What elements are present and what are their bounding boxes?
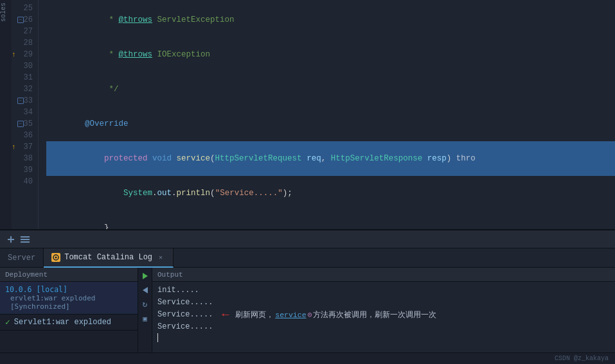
tab-tomcat-log[interactable]: Tomcat Catalina Log ✕ <box>44 248 174 268</box>
console-icon[interactable]: ▣ <box>139 313 151 324</box>
warning-icon-37: ↑ <box>12 141 16 153</box>
red-arrow-icon: ← <box>222 309 229 321</box>
line-num-29: ↑ 29 <box>12 49 38 60</box>
deploy-check-icon: ✓ <box>5 317 10 327</box>
server-panel: Deployment 10.0.6 [local] ervlet1:war ex… <box>0 268 138 352</box>
deploy-item-label: Servlet1:war exploded <box>14 318 111 327</box>
output-header: Output <box>152 268 615 282</box>
svg-point-6 <box>55 256 57 258</box>
output-panel: Output init..... Service..... Service...… <box>152 268 615 352</box>
line-num-32: 32 <box>12 83 38 95</box>
cursor-blink <box>157 333 158 342</box>
bottom-panel: Server Tomcat Catalina Log ✕ Deployment … <box>0 229 615 364</box>
deployment-label: Deployment <box>5 271 48 279</box>
toolbar-icon-menu[interactable] <box>19 234 31 245</box>
line-num-36: 36 <box>12 130 38 141</box>
output-cursor-line <box>157 333 610 342</box>
server-name: 10.0.6 [local] <box>5 285 132 294</box>
line-num-33: − 33 <box>12 95 38 107</box>
output-line-3: Service..... ← 刷新网页， service ⊙ 方法再次被调用，刷… <box>157 309 610 321</box>
line-num-40: 40 <box>12 176 38 187</box>
csdn-credit: CSDN @z_kakaya <box>555 355 609 362</box>
tab-server[interactable]: Server <box>0 248 44 268</box>
output-label: Output <box>157 271 183 279</box>
bottom-content: Deployment 10.0.6 [local] ervlet1:war ex… <box>0 268 615 352</box>
code-line-27: */ <box>46 72 615 107</box>
deploy-icon-green[interactable] <box>139 270 151 282</box>
line-num-34: 34 <box>12 107 38 118</box>
toolbar-icon-plus[interactable] <box>5 234 17 245</box>
code-line-30: System.out.println("Service....."); <box>46 176 615 211</box>
tab-tomcat-label: Tomcat Catalina Log <box>64 253 152 262</box>
tab-server-label: Server <box>8 254 35 263</box>
line-num-28: 28 <box>12 37 38 49</box>
sidebar-label: soles <box>0 3 8 22</box>
svg-marker-8 <box>143 287 148 293</box>
fold-icon-33[interactable]: − <box>17 98 24 104</box>
line-num-25: 25 <box>12 3 38 14</box>
bottom-toolbar <box>0 230 615 248</box>
tomcat-icon <box>51 253 60 262</box>
code-line-29: protected void service(HttpServletReques… <box>46 141 615 176</box>
line-num-37: ↑ 37 <box>12 141 38 153</box>
line-num-27: 27 <box>12 26 38 37</box>
output-content: init..... Service..... Service..... ← 刷新… <box>152 282 615 352</box>
line-num-30: 30 <box>12 60 38 72</box>
fold-icon-35[interactable]: − <box>17 121 24 127</box>
fold-icon-26[interactable]: − <box>17 17 24 23</box>
code-line-26: * @throws IOException <box>46 37 615 72</box>
svg-rect-2 <box>21 236 30 238</box>
bottom-status-bar: CSDN @z_kakaya <box>0 352 615 364</box>
output-line-1: init..... <box>157 284 610 297</box>
svg-rect-3 <box>21 239 30 240</box>
line-numbers: 25 − 26 27 28 ↑ 29 30 <box>12 0 39 229</box>
line-num-35: − 35 <box>12 118 38 130</box>
line-num-38: 38 <box>12 153 38 164</box>
editor-area: soles 25 − 26 27 28 ↑ <box>0 0 615 229</box>
warning-icon-29: ↑ <box>12 49 16 60</box>
deployment-header: Deployment <box>0 268 138 282</box>
code-container: 25 − 26 27 28 ↑ 29 30 <box>12 0 615 229</box>
line-num-39: 39 <box>12 164 38 176</box>
output-line-4: Service..... <box>157 321 610 333</box>
line-num-26: − 26 <box>12 14 38 26</box>
tab-bar: Server Tomcat Catalina Log ✕ <box>0 248 615 268</box>
annotation-text: 刷新网页， service ⊙ 方法再次被调用，刷新一次调用一次 <box>235 309 436 321</box>
svg-marker-7 <box>143 273 148 279</box>
tab-close-button[interactable]: ✕ <box>156 253 165 262</box>
output-line-2: Service..... <box>157 297 610 309</box>
code-line-25: * @throws ServletException <box>46 3 615 37</box>
line-num-31: 31 <box>12 72 38 83</box>
left-sidebar: soles <box>0 0 12 229</box>
deployment-item: ✓ Servlet1:war exploded <box>0 315 138 331</box>
code-line-31: } <box>46 211 615 229</box>
server-sub: ervlet1:war exploded [Synchronized] <box>5 294 132 311</box>
code-line-28: @Override <box>46 107 615 141</box>
svg-rect-1 <box>8 239 14 240</box>
svg-rect-4 <box>21 241 30 243</box>
side-icons-column: ↻ ▣ <box>138 268 152 352</box>
code-lines[interactable]: * @throws ServletException * @throws IOE… <box>39 0 615 229</box>
refresh-icon[interactable]: ↻ <box>139 299 151 310</box>
